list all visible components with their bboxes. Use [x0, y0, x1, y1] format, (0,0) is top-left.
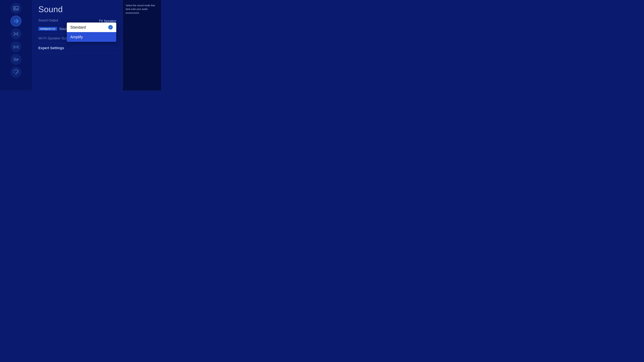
picture-icon — [13, 5, 19, 11]
svg-line-8 — [15, 33, 16, 34]
svg-point-6 — [14, 35, 15, 35]
dropdown-option-standard[interactable]: Standard ✓ — [67, 22, 116, 32]
expert-settings-row[interactable]: Expert Settings — [38, 43, 116, 53]
page-title: Sound — [38, 4, 116, 14]
dropdown-option-amplify[interactable]: Amplify — [67, 32, 116, 42]
expert-settings-label: Expert Settings — [38, 46, 64, 50]
svg-line-9 — [16, 33, 17, 34]
svg-rect-0 — [14, 6, 18, 10]
sidebar-item-support[interactable] — [10, 67, 22, 77]
sidebar-item-sound[interactable] — [10, 16, 22, 26]
sound-output-label: Sound Output — [38, 18, 58, 22]
svg-point-4 — [14, 32, 15, 33]
tv-speaker-label: TV Speaker — [99, 19, 116, 23]
svg-marker-2 — [14, 19, 17, 23]
svg-point-1 — [14, 7, 16, 8]
sidebar-item-accessibility[interactable] — [10, 54, 22, 65]
svg-line-11 — [16, 34, 17, 35]
right-panel: Select the sound mode that best suits yo… — [123, 0, 161, 90]
svg-point-19 — [16, 73, 16, 74]
sound-mode-row[interactable]: intelligentmode Sound Mode Standard ✓ Am… — [38, 24, 116, 34]
dropdown-option-amplify-label: Amplify — [70, 35, 83, 39]
svg-line-10 — [15, 34, 16, 35]
main-content: Sound Sound Output TV Speaker intelligen… — [32, 0, 123, 90]
sidebar-item-broadcast[interactable] — [10, 41, 22, 52]
sidebar-item-picture[interactable] — [10, 3, 22, 14]
support-icon — [13, 69, 19, 75]
sound-output-section: Sound Output TV Speaker intelligentmode … — [38, 18, 116, 43]
network-icon — [13, 31, 19, 37]
sound-icon — [13, 18, 19, 24]
sidebar-item-network[interactable] — [10, 28, 22, 39]
check-icon: ✓ — [108, 25, 113, 29]
broadcast-icon — [13, 44, 19, 49]
intelligent-mode-badge: intelligentmode — [38, 27, 57, 31]
accessibility-icon — [13, 56, 19, 62]
help-text: Select the sound mode that best suits yo… — [126, 3, 158, 15]
sound-mode-dropdown[interactable]: Standard ✓ Amplify — [67, 22, 116, 42]
sidebar — [0, 0, 32, 90]
svg-point-7 — [17, 35, 18, 35]
svg-point-5 — [17, 32, 18, 33]
dropdown-option-standard-label: Standard — [70, 25, 86, 29]
svg-point-12 — [15, 46, 16, 47]
